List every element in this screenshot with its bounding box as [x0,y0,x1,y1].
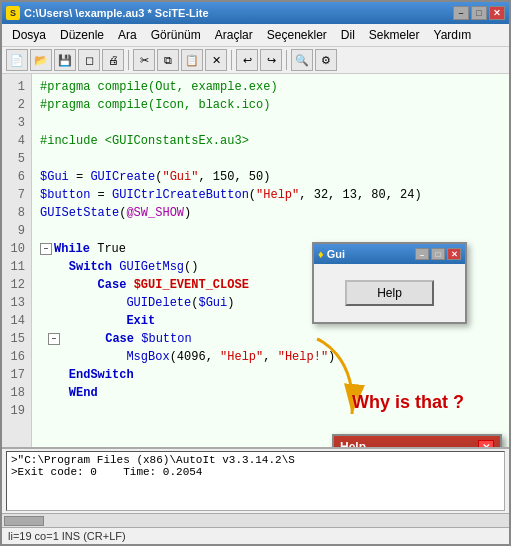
minimize-button[interactable]: – [453,6,469,20]
new-file-btn[interactable]: 📄 [6,49,28,71]
toolbar-sep1 [128,50,129,70]
help-dialog-title-text: Help [340,440,366,447]
gui-minimize-btn[interactable]: – [415,248,429,260]
line-numbers: 12345 678910 1112131415 16171819 [2,74,32,447]
help-dialog: Help ✕ Help! Tamam [332,434,502,447]
settings-btn[interactable]: ⚙ [315,49,337,71]
gui-dialog-content: Help [314,264,465,322]
gui-maximize-btn[interactable]: □ [431,248,445,260]
gui-dialog-title: ♦ Gui – □ ✕ [314,244,465,264]
menu-dosya[interactable]: Dosya [6,26,52,44]
menu-dil[interactable]: Dil [335,26,361,44]
print-btn[interactable]: 🖨 [102,49,124,71]
gui-dialog-controls: – □ ✕ [415,248,461,260]
gui-help-button[interactable]: Help [345,280,434,306]
code-line-6: $Gui = GUICreate ( "Gui" , 150, 50) [40,168,505,186]
undo-btn[interactable]: ↩ [236,49,258,71]
code-line-8: GUISetState ( @SW_SHOW ) [40,204,505,222]
output-line-1: >"C:\Program Files (x86)\AutoIt v3.3.14.… [11,454,500,466]
title-controls: – □ ✕ [453,6,505,20]
open-btn[interactable]: 📂 [30,49,52,71]
status-bar: li=19 co=1 INS (CR+LF) [2,527,509,544]
content-area: 12345 678910 1112131415 16171819 #pragma… [2,74,509,447]
cut-btn[interactable]: ✂ [133,49,155,71]
code-line-7: $button = GUICtrlCreateButton ( "Help" ,… [40,186,505,204]
redo-btn[interactable]: ↪ [260,49,282,71]
toolbar-sep2 [231,50,232,70]
code-line-1: #pragma compile(Out, example.exe) [40,78,505,96]
title-bar: S C:\Users\ \example.au3 * SciTE-Lite – … [2,2,509,24]
toolbar: 📄 📂 💾 ◻ 🖨 ✂ ⧉ 📋 ✕ ↩ ↪ 🔍 ⚙ [2,47,509,74]
code-line-15: – Case $button [40,330,505,348]
annotation-text: Why is that ? [352,392,464,413]
help-dialog-title: Help ✕ [334,436,500,447]
fold-marker-15[interactable]: – [48,333,60,345]
bottom-panel: >"C:\Program Files (x86)\AutoIt v3.3.14.… [2,447,509,527]
menu-sekmeler[interactable]: Sekmeler [363,26,426,44]
main-window: S C:\Users\ \example.au3 * SciTE-Lite – … [0,0,511,546]
menu-goruntum[interactable]: Görünüm [145,26,207,44]
output-line-2: >Exit code: 0 Time: 0.2054 [11,466,500,478]
title-bar-left: S C:\Users\ \example.au3 * SciTE-Lite [6,6,209,20]
gui-dialog: ♦ Gui – □ ✕ Help [312,242,467,324]
menu-secenekler[interactable]: Seçenekler [261,26,333,44]
menu-yardim[interactable]: Yardım [428,26,478,44]
maximize-button[interactable]: □ [471,6,487,20]
toolbar-btn4[interactable]: ◻ [78,49,100,71]
status-text: li=19 co=1 INS (CR+LF) [8,530,126,542]
gui-dialog-title-text: ♦ Gui [318,248,345,260]
fold-marker-10[interactable]: – [40,243,52,255]
gui-close-btn[interactable]: ✕ [447,248,461,260]
window-title: C:\Users\ \example.au3 * SciTE-Lite [24,7,209,19]
code-line-5 [40,150,505,168]
app-icon: S [6,6,20,20]
save-btn[interactable]: 💾 [54,49,76,71]
output-area[interactable]: >"C:\Program Files (x86)\AutoIt v3.3.14.… [6,451,505,511]
code-line-9 [40,222,505,240]
menu-ara[interactable]: Ara [112,26,143,44]
menu-bar: Dosya Düzenle Ara Görünüm Araçlar Seçene… [2,24,509,47]
toolbar-sep3 [286,50,287,70]
paste-btn[interactable]: 📋 [181,49,203,71]
code-line-3 [40,114,505,132]
code-line-16: MsgBox (4096, "Help" , "Help!" ) [40,348,505,366]
code-line-4: #include <GUIConstantsEx.au3> [40,132,505,150]
close-button[interactable]: ✕ [489,6,505,20]
copy-btn[interactable]: ⧉ [157,49,179,71]
h-scrollbar-thumb[interactable] [4,516,44,526]
code-line-2: #pragma compile(Icon, black.ico) [40,96,505,114]
menu-duzenle[interactable]: Düzenle [54,26,110,44]
help-dialog-close-btn[interactable]: ✕ [478,440,494,447]
h-scrollbar[interactable] [2,513,509,527]
delete-btn[interactable]: ✕ [205,49,227,71]
code-line-17: EndSwitch [40,366,505,384]
search-btn[interactable]: 🔍 [291,49,313,71]
menu-araclar[interactable]: Araçlar [209,26,259,44]
